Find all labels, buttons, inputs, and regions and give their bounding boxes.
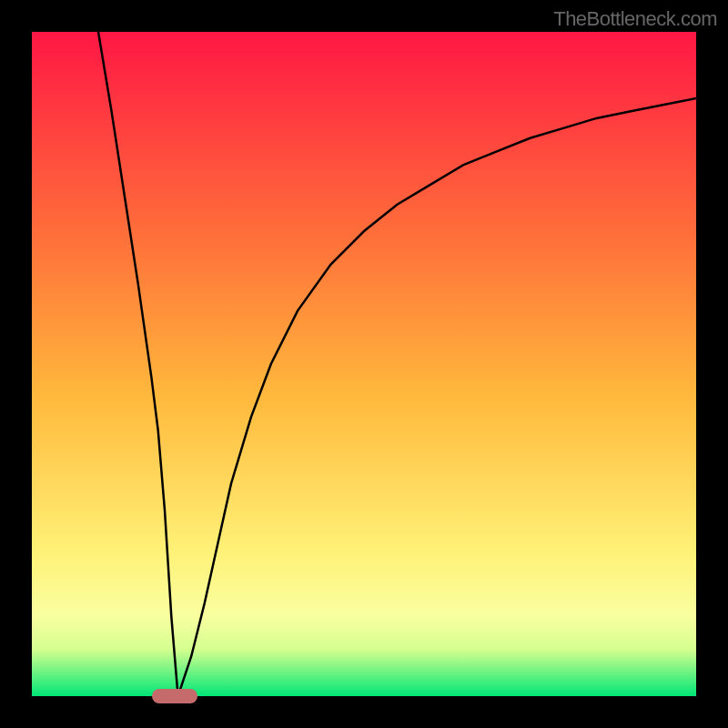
chart-svg	[32, 32, 696, 696]
minimum-marker	[152, 689, 197, 703]
chart-plot-area	[32, 32, 696, 696]
chart-background	[32, 32, 696, 696]
watermark-text: TheBottleneck.com	[553, 7, 717, 31]
